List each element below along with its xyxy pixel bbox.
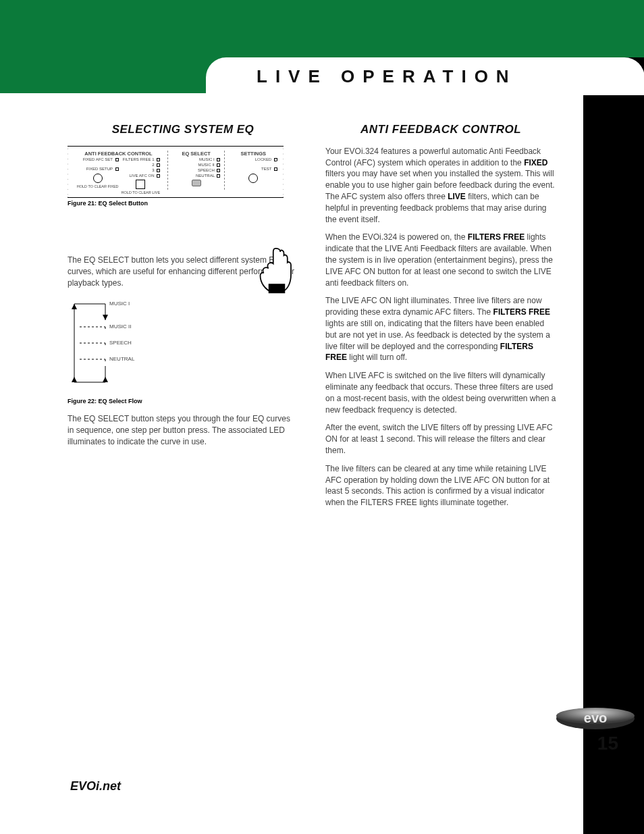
eq-select-button-icon	[192, 180, 201, 186]
svg-marker-6	[103, 315, 108, 320]
filters-free-label-1: FILTERS FREE	[468, 232, 525, 242]
panel-label-settings: SETTINGS	[229, 151, 277, 158]
svg-marker-7	[72, 304, 77, 309]
pointing-hand-icon	[257, 247, 297, 294]
eq-flow-diagram: MUSIC I MUSIC II SPEECH NEUTRAL	[68, 296, 115, 390]
flow-music2: MUSIC II	[109, 323, 131, 330]
left-heading: SELECTING SYSTEM EQ	[68, 122, 298, 138]
svg-rect-0	[269, 284, 286, 293]
left-column: SELECTING SYSTEM EQ ANTI FEEDBACK CONTRO…	[68, 122, 298, 515]
svg-text:evo: evo	[584, 710, 607, 725]
right-column: ANTI FEEDBACK CONTROL Your EVOi.324 feat…	[325, 122, 556, 515]
left-p2: The EQ SELECT button steps you through t…	[68, 413, 298, 447]
right-p2: When the EVOi.324 is powered on, the FIL…	[325, 232, 556, 288]
right-p1: Your EVOi.324 features a powerful automa…	[325, 146, 556, 226]
footer-url: EVOi.net	[70, 779, 121, 793]
panel-label-eq: EQ SELECT	[172, 151, 221, 158]
right-p5: After the event, switch the LIVE filters…	[325, 422, 556, 456]
figure-panel: ANTI FEEDBACK CONTROL FIXED AFC SET FIXE…	[68, 146, 284, 198]
figure-22-caption: Figure 22: EQ Select Flow	[68, 397, 298, 406]
right-heading: ANTI FEEDBACK CONTROL	[325, 122, 556, 138]
right-p4: When LIVE AFC is switched on the live fi…	[325, 370, 556, 415]
flow-speech: SPEECH	[109, 339, 132, 346]
panel-label-afc: ANTI FEEDBACK CONTROL	[74, 151, 163, 158]
figure-21-caption: Figure 21: EQ Select Button	[68, 199, 298, 208]
right-p6: The live filters can be cleared at any t…	[325, 463, 556, 509]
svg-marker-8	[103, 377, 108, 382]
svg-marker-9	[72, 377, 77, 382]
page-number: 15	[597, 733, 618, 754]
right-p3: The LIVE AFC ON light illuminates. Three…	[325, 295, 556, 363]
flow-music1: MUSIC I	[109, 300, 130, 307]
filters-free-label-2: FILTERS FREE	[493, 307, 550, 317]
evo-logo: evo	[555, 704, 636, 733]
fixed-setup-button-icon	[93, 174, 103, 183]
test-button-icon	[248, 174, 258, 183]
live-afc-button-icon	[136, 180, 145, 189]
page-title: LIVE OPERATION	[257, 66, 517, 87]
flow-neutral: NEUTRAL	[109, 355, 134, 363]
content-area: SELECTING SYSTEM EQ ANTI FEEDBACK CONTRO…	[0, 95, 583, 834]
